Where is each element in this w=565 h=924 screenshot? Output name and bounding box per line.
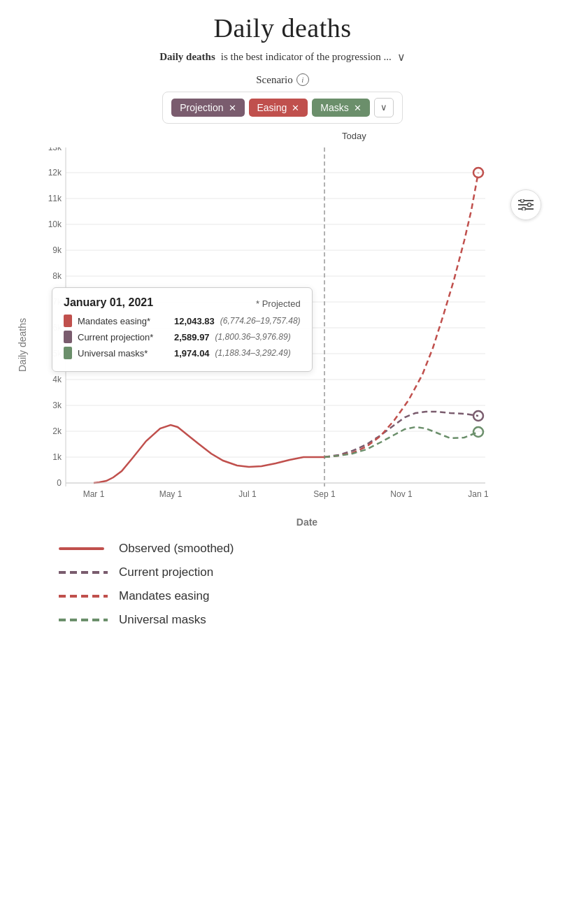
svg-text:2k: 2k xyxy=(52,426,62,436)
tag-projection-close[interactable]: ✕ xyxy=(229,103,236,113)
tooltip-range-2: (1,188.34–3,292.49) xyxy=(215,348,291,358)
svg-text:May 1: May 1 xyxy=(159,489,183,499)
svg-text:8k: 8k xyxy=(52,271,62,281)
legend-svg-easing xyxy=(59,593,108,599)
svg-point-3 xyxy=(521,199,524,203)
today-label: Today xyxy=(342,131,366,141)
legend-label-masks: Universal masks xyxy=(119,613,206,627)
tooltip-value-2: 1,974.04 xyxy=(174,348,210,359)
svg-text:Sep 1: Sep 1 xyxy=(313,489,336,499)
tag-masks-close[interactable]: ✕ xyxy=(354,103,362,113)
legend-seg-observed xyxy=(59,547,104,550)
scenario-label: Scenario i xyxy=(256,73,308,86)
legend-svg-masks xyxy=(59,617,108,623)
svg-text:0: 0 xyxy=(57,478,62,488)
chart-wrapper: Daily deaths January 01, 2021 * Projecte… xyxy=(17,147,548,528)
tooltip-date: January 01, 2021 xyxy=(64,296,153,309)
tooltip-name-2: Universal masks* xyxy=(78,348,169,359)
svg-text:Mar 1: Mar 1 xyxy=(83,489,105,499)
tag-masks[interactable]: Masks ✕ xyxy=(312,99,369,117)
tag-easing[interactable]: Easing ✕ xyxy=(249,99,308,117)
subtitle-row: Daily deaths is the best indicator of th… xyxy=(145,50,420,64)
legend-line-observed xyxy=(59,547,108,550)
chart-area: Today Daily deaths January 01, 2021 xyxy=(17,131,548,528)
legend-line-masks xyxy=(59,617,108,623)
tooltip-swatch-masks xyxy=(64,347,72,359)
svg-point-42 xyxy=(473,427,483,437)
svg-text:9k: 9k xyxy=(52,245,62,255)
y-axis-label: Daily deaths xyxy=(17,161,28,528)
svg-text:3k: 3k xyxy=(52,400,62,410)
tag-easing-close[interactable]: ✕ xyxy=(292,103,299,113)
tooltip: January 01, 2021 * Projected Mandates ea… xyxy=(52,287,313,372)
tooltip-row-1: Current projection* 2,589.97 (1,800.36–3… xyxy=(64,331,301,343)
tooltip-value-1: 2,589.97 xyxy=(174,332,210,342)
svg-text:4k: 4k xyxy=(52,375,62,384)
x-axis-label: Date xyxy=(66,517,548,528)
svg-text:12k: 12k xyxy=(48,168,62,178)
legend-line-projection xyxy=(59,570,108,575)
legend-item-observed: Observed (smoothed) xyxy=(59,542,548,556)
tag-projection-label: Projection xyxy=(180,102,223,113)
subtitle-bold: Daily deaths xyxy=(159,51,215,63)
subtitle-text: is the best indicator of the progression… xyxy=(221,51,392,63)
tag-projection[interactable]: Projection ✕ xyxy=(171,99,244,117)
legend-item-easing: Mandates easing xyxy=(59,589,548,603)
legend-item-masks: Universal masks xyxy=(59,613,548,627)
filter-button[interactable] xyxy=(510,189,541,220)
tooltip-swatch-projection xyxy=(64,331,72,343)
tags-container: Projection ✕ Easing ✕ Masks ✕ ∨ xyxy=(162,92,403,124)
svg-text:1k: 1k xyxy=(52,452,62,462)
tag-masks-label: Masks xyxy=(320,102,348,113)
chart-inner: January 01, 2021 * Projected Mandates ea… xyxy=(31,147,548,528)
info-icon[interactable]: i xyxy=(296,73,309,86)
tag-easing-label: Easing xyxy=(257,102,287,113)
tooltip-row-2: Universal masks* 1,974.04 (1,188.34–3,29… xyxy=(64,347,301,359)
legend-label-projection: Current projection xyxy=(119,565,213,579)
tooltip-range-0: (6,774.26–19,757.48) xyxy=(220,316,301,326)
legend-svg-projection xyxy=(59,570,108,575)
tooltip-name-1: Current projection* xyxy=(78,332,169,342)
scenario-text: Scenario xyxy=(256,74,292,86)
svg-point-4 xyxy=(528,203,531,207)
svg-text:13k: 13k xyxy=(48,147,62,152)
svg-text:10k: 10k xyxy=(48,219,62,229)
legend-label-observed: Observed (smoothed) xyxy=(119,542,234,556)
tags-dropdown-button[interactable]: ∨ xyxy=(374,98,394,117)
svg-point-5 xyxy=(522,208,526,211)
tooltip-projected-label: * Projected xyxy=(256,298,301,309)
tooltip-swatch-easing xyxy=(64,315,72,327)
tooltip-header: January 01, 2021 * Projected xyxy=(64,296,301,309)
legend-section: Observed (smoothed) Current projection M… xyxy=(17,542,548,627)
tooltip-row-0: Mandates easing* 12,043.83 (6,774.26–19,… xyxy=(64,315,301,327)
legend-line-easing xyxy=(59,593,108,599)
scenario-section: Scenario i Projection ✕ Easing ✕ Masks ✕… xyxy=(162,73,403,124)
tooltip-value-0: 12,043.83 xyxy=(174,316,215,326)
legend-label-easing: Mandates easing xyxy=(119,589,209,603)
legend-item-projection: Current projection xyxy=(59,565,548,579)
tooltip-range-1: (1,800.36–3,976.89) xyxy=(215,332,291,342)
svg-text:11k: 11k xyxy=(48,194,62,203)
svg-text:Nov 1: Nov 1 xyxy=(390,489,413,499)
svg-text:Jul 1: Jul 1 xyxy=(238,489,257,499)
tooltip-name-0: Mandates easing* xyxy=(78,316,169,326)
svg-text:Jan 1: Jan 1 xyxy=(468,489,489,499)
page-title: Daily deaths xyxy=(213,13,351,43)
chevron-down-icon[interactable]: ∨ xyxy=(397,50,406,64)
